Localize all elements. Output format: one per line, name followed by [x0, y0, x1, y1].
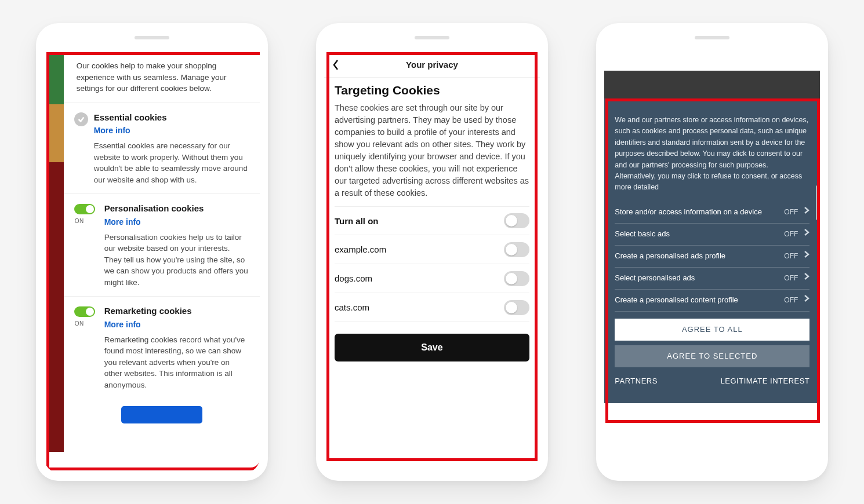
row-state: OFF [784, 229, 798, 240]
section-body: Remarketing cookies record what you've f… [104, 334, 249, 391]
chevron-right-icon [804, 272, 809, 284]
section-essential: Essential cookies More info Essential co… [64, 103, 260, 194]
row-label: Store and/or access information on a dev… [615, 206, 762, 218]
intro-text: We and our partners store or access info… [615, 115, 809, 193]
phone-mockup-3: We and our partners store or access info… [596, 23, 828, 481]
dark-header-bar [604, 71, 820, 98]
header-title: Your privacy [406, 60, 458, 70]
consent-row[interactable]: Select personalised ads OFF [615, 268, 809, 290]
switch-dogs[interactable] [504, 271, 529, 286]
description-text: These cookies are set through our site b… [335, 102, 529, 199]
chevron-right-icon [804, 206, 809, 218]
consent-panel: We and our partners store or access info… [604, 98, 820, 403]
agree-all-button[interactable]: AGREE TO ALL [615, 319, 809, 341]
row-label: Turn all on [335, 216, 379, 226]
section-remarketing: ON Remarketing cookies More info Remarke… [64, 296, 260, 399]
primary-button[interactable] [121, 406, 202, 423]
toggle-row-all: Turn all on [335, 206, 529, 235]
cookie-settings-panel: Our cookies help to make your shopping e… [64, 52, 260, 473]
save-button[interactable]: Save [335, 334, 529, 361]
consent-row[interactable]: Create a personalised content profile OF… [615, 290, 809, 312]
targeting-cookies-panel: Your privacy Targeting Cookies These coo… [324, 52, 540, 473]
section-body: Essential cookies are necessary for our … [94, 140, 249, 185]
panel-header: Your privacy [324, 52, 540, 78]
switch-all[interactable] [504, 213, 529, 228]
row-label: Create a personalised ads profile [615, 250, 725, 262]
chevron-right-icon [804, 294, 809, 306]
page-bottom-whitespace [604, 403, 820, 473]
phone-mockup-1: Our cookies help to make your shopping e… [36, 23, 268, 481]
toggle-row: cats.com [335, 293, 529, 322]
consent-row[interactable]: Store and/or access information on a dev… [615, 202, 809, 224]
row-label: example.com [335, 244, 386, 254]
check-icon [74, 112, 88, 126]
row-label: Select personalised ads [615, 272, 695, 284]
switch-cats[interactable] [504, 300, 529, 315]
page-heading: Targeting Cookies [335, 83, 529, 97]
row-label: cats.com [335, 302, 369, 312]
more-info-link[interactable]: More info [94, 125, 130, 136]
intro-text: Our cookies help to make your shopping e… [64, 52, 260, 103]
row-label: Select basic ads [615, 228, 670, 240]
toggle-state: ON [75, 320, 84, 328]
section-body: Personalisation cookies help us to tailo… [104, 232, 249, 288]
row-state: OFF [784, 273, 798, 284]
toggle-remarketing[interactable] [74, 306, 95, 317]
legitimate-interest-link[interactable]: LEGITIMATE INTEREST [721, 375, 810, 387]
row-label: Create a personalised content profile [615, 294, 738, 306]
section-title: Personalisation cookies [104, 202, 249, 215]
section-title: Essential cookies [94, 111, 249, 124]
consent-row[interactable]: Create a personalised ads profile OFF [615, 246, 809, 268]
chevron-right-icon [804, 250, 809, 262]
partners-link[interactable]: PARTNERS [615, 375, 658, 387]
switch-example[interactable] [504, 242, 529, 257]
toggle-row: dogs.com [335, 264, 529, 293]
consent-row[interactable]: Select basic ads OFF [615, 224, 809, 246]
more-info-link[interactable]: More info [104, 216, 141, 228]
row-state: OFF [784, 295, 798, 306]
toggle-row: example.com [335, 235, 529, 264]
row-state: OFF [784, 251, 798, 262]
section-personalisation: ON Personalisation cookies More info Per… [64, 193, 260, 296]
toggle-state: ON [75, 217, 84, 226]
more-info-link[interactable]: More info [104, 319, 141, 330]
phone-mockup-2: Your privacy Targeting Cookies These coo… [316, 23, 548, 481]
row-state: OFF [784, 207, 798, 218]
agree-selected-button[interactable]: AGREE TO SELECTED [615, 345, 809, 367]
row-label: dogs.com [335, 273, 372, 283]
scrollbar-thumb[interactable] [816, 185, 819, 220]
section-title: Remarketing cookies [104, 305, 249, 317]
toggle-personalisation[interactable] [74, 204, 95, 214]
chevron-right-icon [804, 228, 809, 240]
back-button[interactable] [332, 59, 339, 72]
